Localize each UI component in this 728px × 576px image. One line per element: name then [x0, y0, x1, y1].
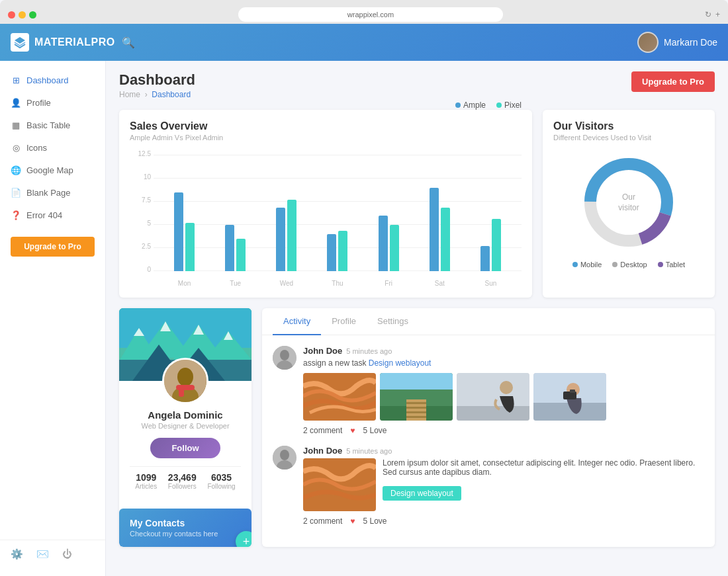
nav-search[interactable]: 🔍 — [116, 36, 637, 49]
upgrade-to-pro-button[interactable]: Upgrade to Pro — [631, 71, 715, 92]
bar-teal-wed — [287, 200, 296, 272]
profile-avatar-wrap — [119, 358, 251, 404]
activity-img-2 — [380, 373, 453, 421]
legend-pixel-label: Pixel — [504, 101, 522, 110]
legend-mobile: Mobile — [572, 261, 602, 268]
activity-img-4 — [533, 373, 606, 421]
browser-dots — [8, 11, 36, 19]
sidebar-item-dashboard[interactable]: ⊞ Dashboard — [0, 69, 105, 91]
activity-loves-1: 5 Love — [363, 426, 387, 435]
follow-button[interactable]: Follow — [150, 438, 220, 458]
bar-group-tue — [225, 225, 246, 271]
bar-group-mon — [174, 192, 195, 271]
visitors-title: Our Visitors — [553, 120, 704, 132]
help-icon: ❓ — [11, 210, 21, 220]
svg-text:Our: Our — [622, 192, 635, 202]
sidebar-item-icons[interactable]: ◎ Icons — [0, 136, 105, 159]
activity-time-2: 5 minutes ago — [346, 447, 392, 455]
breadcrumb-current: Dashboard — [152, 90, 191, 99]
bottom-row: Angela Dominic Web Designer & Developer … — [119, 308, 715, 547]
legend-ample: Ample — [455, 101, 486, 110]
activity-loves-2: 5 Love — [363, 516, 387, 526]
svg-rect-37 — [380, 390, 453, 399]
svg-rect-39 — [457, 406, 529, 421]
user-icon: 👤 — [11, 97, 21, 108]
activity-item-1: John Doe 5 minutes ago assign a new task… — [273, 346, 704, 435]
activity-avatar-1 — [273, 346, 296, 370]
legend-tablet-label: Tablet — [666, 261, 685, 268]
profile-body: Angela Dominic Web Designer & Developer … — [119, 404, 251, 503]
profile-avatar — [162, 358, 208, 404]
activity-text-1: assign a new task Design weblayout — [303, 358, 704, 368]
bar-teal-mon — [185, 223, 195, 272]
sidebar-item-google-map[interactable]: 🌐 Google Map — [0, 159, 105, 181]
url-text: wrappixel.com — [347, 11, 394, 19]
sidebar-item-error[interactable]: ❓ Error 404 — [0, 204, 105, 226]
browser-address[interactable]: wrappixel.com — [238, 7, 503, 22]
bar-teal-fri — [390, 225, 399, 271]
contacts-subtitle: Checkout my contacts here — [130, 530, 241, 538]
grid-label-0: 12.5 — [131, 150, 151, 157]
mail-icon[interactable]: ✉️ — [36, 548, 49, 560]
tab-settings[interactable]: Settings — [367, 308, 419, 335]
search-icon[interactable]: 🔍 — [122, 36, 135, 49]
activity-header-1: John Doe 5 minutes ago — [303, 346, 704, 356]
activity-img-left — [303, 458, 376, 511]
activity-body-text-2: Lorem ipsum dolor sit amet, consectetur … — [383, 458, 704, 477]
bar-label-sat: Sat — [426, 280, 453, 287]
browser-chrome: wrappixel.com ↻ + — [0, 0, 728, 24]
avatar — [637, 32, 659, 53]
bar-blue-tue — [225, 225, 234, 271]
brand-logo: MATERIALPRO — [11, 33, 116, 52]
bar-label-mon: Mon — [171, 280, 198, 287]
app-layout: ⊞ Dashboard 👤 Profile ▦ Basic Table ◎ Ic… — [0, 61, 728, 576]
activity-link-1[interactable]: Design weblayout — [369, 358, 432, 368]
breadcrumb-home[interactable]: Home — [119, 90, 140, 99]
file-icon: 📄 — [11, 187, 21, 198]
legend-ample-dot — [455, 103, 461, 108]
donut-chart: Our visitor — [553, 149, 704, 255]
sidebar-item-blank-page[interactable]: 📄 Blank Page — [0, 181, 105, 204]
activity-text-content-1: assign a new task — [303, 358, 369, 368]
tab-profile[interactable]: Profile — [321, 308, 367, 335]
bar-teal-thu — [338, 231, 347, 271]
stat-followers: 23,469 Followers — [168, 472, 197, 490]
refresh-icon[interactable]: ↻ — [705, 10, 711, 19]
sidebar-upgrade-button[interactable]: Upgrade to Pro — [11, 237, 95, 257]
bar-group-wed — [276, 200, 296, 272]
svg-rect-33 — [406, 407, 426, 409]
sidebar-item-basic-table[interactable]: ▦ Basic Table — [0, 114, 105, 136]
legend-desktop-dot — [612, 262, 617, 267]
stat-articles-label: Articles — [135, 483, 157, 490]
stat-followers-number: 23,469 — [168, 472, 197, 483]
activity-panel: Activity Profile Settings — [262, 308, 715, 547]
bar-teal-tue — [236, 239, 246, 271]
svg-point-40 — [500, 381, 513, 394]
brand-icon — [11, 33, 29, 52]
svg-rect-32 — [406, 402, 426, 404]
activity-tag-2[interactable]: Design weblayout — [383, 486, 461, 501]
legend-ample-label: Ample — [463, 101, 486, 110]
bar-group-thu — [327, 231, 347, 271]
svg-point-47 — [280, 450, 289, 460]
nav-user: Markarn Doe — [637, 32, 717, 53]
settings-icon[interactable]: ⚙️ — [11, 548, 23, 560]
activity-time-1: 5 minutes ago — [346, 347, 392, 355]
legend-desktop: Desktop — [612, 261, 647, 268]
sidebar: ⊞ Dashboard 👤 Profile ▦ Basic Table ◎ Ic… — [0, 61, 106, 576]
avatar-image — [639, 33, 657, 52]
bar-group-fri — [379, 216, 399, 271]
legend-tablet-dot — [658, 262, 663, 267]
bar-blue-wed — [276, 208, 285, 271]
dot-green — [29, 11, 36, 19]
tab-activity[interactable]: Activity — [273, 308, 321, 335]
activity-comments-2: 2 comment — [303, 516, 342, 526]
tabs: Activity Profile Settings — [262, 308, 715, 335]
new-tab-icon[interactable]: + — [715, 10, 720, 19]
visitors-subtitle: Different Devices Used to Visit — [553, 134, 704, 142]
bars-container — [154, 155, 522, 271]
sidebar-item-profile[interactable]: 👤 Profile — [0, 91, 105, 114]
dot-yellow — [19, 11, 26, 19]
svg-rect-22 — [179, 389, 184, 397]
power-icon[interactable]: ⏻ — [62, 548, 72, 560]
